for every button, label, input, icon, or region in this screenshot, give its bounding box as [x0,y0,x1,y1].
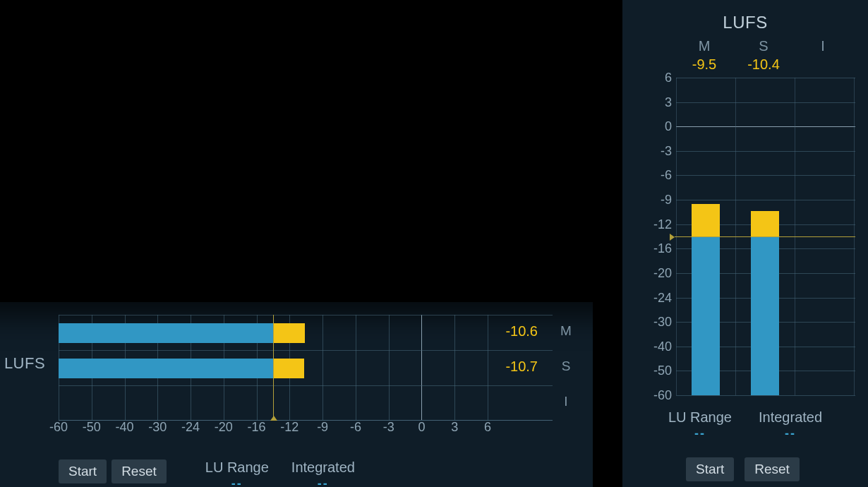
axis-tick: -16 [243,420,271,435]
lufs-label-i: I [800,38,845,54]
grid-line [59,385,553,386]
axis-tick: 6 [474,420,502,435]
lu-range-label: LU Range [205,459,269,476]
axis-tick: 0 [648,119,672,134]
axis-tick: -24 [648,290,672,305]
start-button[interactable]: Start [686,457,734,481]
lufs-horizontal-panel: LUFS -10.6 M -10.7 S I Start Reset LU Ra… [0,302,593,487]
axis-tick: 3 [648,95,672,109]
reset-button[interactable]: Reset [111,459,167,483]
lufs-value-s: -10.4 [741,56,786,73]
reset-button[interactable]: Reset [745,457,800,481]
lufs-label-m: M [557,323,574,339]
axis-tick: -30 [143,420,171,435]
lu-range-metric: LU Range -- [668,409,732,441]
grid-line [454,315,455,420]
axis-tick: -6 [648,168,672,183]
grid-line [59,350,553,351]
grid-line [676,78,855,78]
grid-line [676,151,855,152]
grid-line [676,395,855,396]
lufs-vertical-buttons: Start Reset [622,457,868,481]
grid-line [323,315,323,420]
meter-peak-s [273,359,304,378]
grid-line [676,175,855,176]
meter-peak-m [273,323,305,343]
axis-tick: -50 [648,363,672,378]
integrated-value: -- [318,476,329,487]
integrated-label: Integrated [759,409,822,426]
lufs-title: LUFS [622,13,868,32]
lufs-label-s: S [741,38,786,54]
axis-tick: -9 [648,193,672,208]
grid-line [421,315,422,420]
integrated-value: -- [785,426,796,441]
axis-tick: -60 [44,420,73,435]
meter-peak-m [692,204,720,236]
axis-tick: -20 [648,265,672,280]
axis-tick: -40 [648,339,672,354]
lu-range-label: LU Range [668,409,732,426]
axis-tick: -20 [210,420,238,435]
axis-tick: -24 [176,420,205,435]
lufs-vertical-panel: LUFS M S I -9.5 -10.4 LU Range -- Integr… [622,0,868,487]
grid-line [389,315,390,420]
meter-bar-s [751,236,779,395]
axis-tick: -6 [342,420,370,435]
lufs-value-s: -10.7 [488,359,538,375]
axis-tick: -40 [111,420,139,435]
meter-bar-s [59,359,273,378]
lu-range-value: -- [694,426,706,441]
axis-tick: -16 [648,241,672,256]
meter-bar-m [59,323,273,343]
integrated-label: Integrated [291,459,355,476]
axis-tick: 3 [440,420,469,435]
axis-tick: -30 [648,315,672,330]
axis-tick: -60 [648,388,672,403]
target-marker [675,236,855,237]
lu-range-metric: LU Range -- [205,459,269,487]
lufs-label-s: S [557,359,574,374]
grid-line [676,102,855,103]
lufs-vertical-metrics: LU Range -- Integrated -- [622,409,868,441]
lufs-label-i: I [557,394,574,409]
lu-range-value: -- [231,476,243,487]
lufs-label-m: M [682,38,727,54]
axis-tick: -50 [78,420,106,435]
axis-tick: 6 [648,71,672,85]
grid-line [59,315,553,315]
target-marker [273,315,274,420]
lufs-title: LUFS [0,354,49,373]
meter-bar-m [692,236,720,395]
integrated-metric: Integrated -- [759,409,822,441]
axis-tick: -12 [648,217,672,232]
grid-line [356,315,356,420]
lufs-horizontal-footer: Start Reset LU Range -- Integrated -- [59,459,496,487]
axis-tick: 0 [407,420,435,435]
axis-tick: -12 [275,420,303,435]
lufs-value-m: -9.5 [682,56,727,73]
start-button[interactable]: Start [59,459,107,483]
axis-tick: -9 [308,420,337,435]
grid-line [676,200,855,200]
axis-tick: -3 [648,143,672,158]
grid-line [676,126,855,127]
meter-peak-s [751,211,779,236]
lufs-value-m: -10.6 [488,323,538,339]
axis-tick: -3 [375,420,403,435]
integrated-metric: Integrated -- [291,459,355,487]
